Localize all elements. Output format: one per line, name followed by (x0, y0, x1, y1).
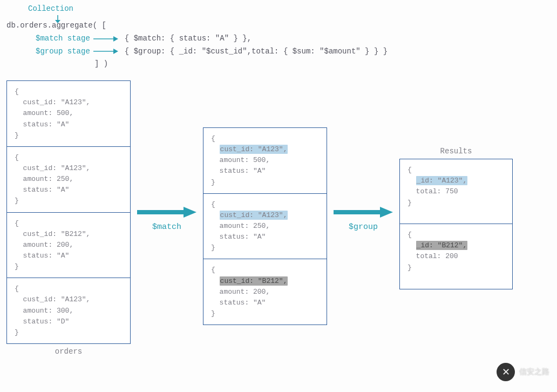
code-line-group: $group stage { $group: { _id: "$cust_id"… (6, 45, 551, 58)
document-line: cust_id: "B212", (15, 229, 124, 240)
document-line: } (211, 308, 320, 319)
document-line: } (15, 261, 124, 272)
document-line: { (15, 86, 124, 97)
match-arrow: $match (137, 205, 196, 232)
document-line: amount: 500, (15, 108, 124, 119)
results-box: { _id: "A123", total: 750}{ _id: "B212",… (399, 159, 513, 289)
document-cell: { cust_id: "A123", amount: 500, status: … (203, 128, 327, 194)
document-cell: { cust_id: "A123", amount: 300, status: … (7, 278, 130, 343)
svg-marker-5 (113, 49, 118, 54)
svg-marker-6 (137, 207, 196, 218)
document-line: } (407, 198, 506, 208)
results-column: Results { _id: "A123", total: 750}{ _id:… (399, 147, 513, 289)
document-line: } (15, 195, 124, 206)
svg-marker-1 (55, 20, 60, 23)
highlighted-line: _id: "B212", (407, 240, 506, 251)
pipeline-diagram: { cust_id: "A123", amount: 500, status: … (6, 80, 551, 356)
document-cell: { cust_id: "B212", amount: 200, status: … (7, 213, 130, 279)
code-line-match: $match stage { $match: { status: "A" } }… (6, 32, 551, 45)
arrow-down-icon (54, 15, 62, 24)
arrow-right-icon (93, 48, 118, 55)
watermark: ✕ 信安之路 (497, 363, 549, 381)
code-line-aggregate: db.orders.aggregate( [ (6, 19, 551, 32)
document-line: } (407, 262, 506, 273)
document-line: total: 750 (407, 186, 506, 197)
arrow-right-icon (93, 36, 118, 42)
group-arrow-label: $group (349, 222, 378, 232)
svg-marker-3 (113, 36, 118, 42)
document-line: status: "A" (15, 251, 124, 261)
highlight-span: _id: "A123", (416, 176, 468, 185)
match-arrow-label: $match (152, 222, 181, 232)
document-line: cust_id: "A123", (15, 163, 124, 174)
document-line: amount: 300, (15, 306, 124, 316)
highlighted-line: cust_id: "B212", (211, 276, 320, 287)
document-line: total: 200 (407, 251, 506, 262)
watermark-text: 信安之路 (519, 367, 549, 377)
document-line: } (211, 177, 320, 188)
document-line: cust_id: "A123", (15, 97, 124, 108)
group-stage-label: $group stage (6, 45, 92, 58)
orders-label: orders (6, 347, 131, 356)
document-line: { (15, 152, 124, 163)
code-header: Collection db.orders.aggregate( [ $match… (6, 4, 551, 71)
match-stage-label: $match stage (6, 32, 92, 45)
svg-marker-7 (334, 207, 393, 218)
code-line-close: ] ) (6, 58, 551, 71)
document-cell: { cust_id: "A123", amount: 500, status: … (7, 81, 130, 147)
document-line: status: "A" (15, 119, 124, 130)
document-line: { (211, 265, 320, 275)
highlighted-line: _id: "A123", (407, 175, 506, 186)
document-line: { (211, 133, 320, 144)
highlighted-line: cust_id: "A123", (211, 144, 320, 155)
document-line: } (211, 242, 320, 253)
document-line: { (407, 165, 506, 175)
document-line: amount: 250, (211, 221, 320, 232)
document-line: amount: 500, (211, 155, 320, 166)
group-arrow: $group (334, 205, 393, 232)
highlight-span: cust_id: "B212", (220, 276, 288, 286)
document-line: } (15, 130, 124, 141)
highlight-span: cust_id: "A123", (220, 211, 288, 220)
document-line: amount: 250, (15, 174, 124, 185)
orders-column: { cust_id: "A123", amount: 500, status: … (6, 80, 131, 356)
document-cell: { cust_id: "A123", amount: 250, status: … (203, 194, 327, 260)
document-cell: { _id: "A123", total: 750} (400, 159, 512, 224)
document-line: status: "A" (211, 298, 320, 308)
document-cell: { cust_id: "A123", amount: 250, status: … (7, 147, 130, 213)
document-line: status: "A" (15, 185, 124, 195)
watermark-icon: ✕ (497, 363, 515, 381)
document-line: { (15, 283, 124, 294)
document-line: { (407, 229, 506, 240)
document-cell: { _id: "B212", total: 200} (400, 224, 512, 289)
match-expression: { $match: { status: "A" } }, (119, 32, 252, 45)
matched-column: { cust_id: "A123", amount: 500, status: … (203, 127, 327, 325)
arrow-right-thick-icon (137, 205, 196, 219)
document-cell: { cust_id: "B212", amount: 200, status: … (203, 259, 327, 325)
highlighted-line: cust_id: "A123", (211, 210, 320, 221)
document-line: amount: 200, (15, 240, 124, 251)
document-line: status: "A" (211, 232, 320, 242)
document-line: status: "D" (15, 316, 124, 327)
results-label: Results (399, 147, 513, 156)
group-expression: { $group: { _id: "$cust_id",total: { $su… (119, 45, 388, 58)
document-line: { (211, 199, 320, 210)
orders-box: { cust_id: "A123", amount: 500, status: … (6, 80, 131, 344)
document-line: cust_id: "A123", (15, 294, 124, 305)
document-line: status: "A" (211, 166, 320, 177)
document-line: } (15, 327, 124, 338)
arrow-right-thick-icon (334, 205, 393, 219)
matched-box: { cust_id: "A123", amount: 500, status: … (203, 127, 327, 325)
highlight-span: _id: "B212", (416, 241, 468, 250)
highlight-span: cust_id: "A123", (220, 145, 288, 154)
collection-label: Collection (28, 4, 73, 13)
document-line: amount: 200, (211, 287, 320, 298)
document-line: { (15, 218, 124, 229)
